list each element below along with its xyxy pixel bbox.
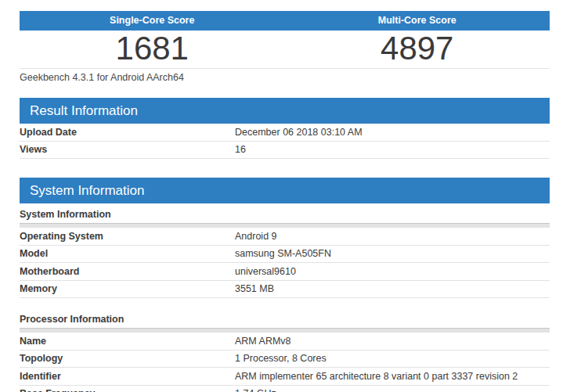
result-information-table: Upload Date December 06 2018 03:10 AM Vi… [20, 124, 550, 159]
table-row: Motherboard universal9610 [20, 263, 550, 281]
table-row: Memory 3551 MB [20, 281, 550, 299]
row-value: 3551 MB [235, 283, 274, 294]
row-value: ARM implementer 65 architecture 8 varian… [235, 371, 518, 382]
multi-core-score-value: 4897 [285, 31, 550, 68]
table-row: Name ARM ARMv8 [20, 333, 550, 351]
table-row: Views 16 [20, 142, 550, 160]
row-label: Base Frequency [20, 388, 235, 392]
row-value: 16 [235, 144, 246, 155]
score-header-bar: Single-Core Score Multi-Core Score [20, 11, 550, 31]
table-row: Base Frequency 1.74 GHz [20, 386, 550, 392]
subsection-header-system-information: System Information [20, 203, 550, 224]
result-page: Single-Core Score Multi-Core Score 1681 … [20, 11, 550, 392]
table-row: Operating System Android 9 [20, 228, 550, 246]
score-values: 1681 4897 [20, 31, 550, 68]
system-information-subsection: System Information Operating System Andr… [20, 203, 550, 298]
row-label: Motherboard [20, 266, 235, 277]
geekbench-version-text: Geekbench 4.3.1 for Android AArch64 [20, 69, 550, 84]
subsection-header-processor-information: Processor Information [20, 309, 550, 329]
row-label: Topology [20, 353, 235, 364]
row-value: ARM ARMv8 [235, 336, 291, 347]
row-label: Name [20, 336, 235, 347]
row-value: 1.74 GHz [235, 388, 276, 392]
table-row: Model samsung SM-A505FN [20, 246, 550, 264]
row-label: Memory [20, 283, 235, 294]
row-value: Android 9 [235, 231, 277, 242]
processor-information-subsection: Processor Information Name ARM ARMv8 Top… [20, 309, 550, 392]
table-row: Identifier ARM implementer 65 architectu… [20, 368, 550, 386]
section-header-system-information: System Information [20, 178, 550, 203]
row-label: Model [20, 248, 235, 259]
section-header-result-information: Result Information [20, 98, 550, 124]
multi-core-score-header: Multi-Core Score [285, 11, 550, 31]
row-value: universal9610 [235, 266, 296, 277]
row-label: Views [20, 144, 235, 155]
row-label: Upload Date [20, 127, 235, 138]
row-value: samsung SM-A505FN [235, 248, 331, 259]
row-label: Operating System [20, 231, 235, 242]
single-core-score-value: 1681 [20, 31, 285, 68]
row-value: December 06 2018 03:10 AM [235, 127, 363, 138]
row-value: 1 Processor, 8 Cores [235, 353, 326, 364]
table-row: Topology 1 Processor, 8 Cores [20, 351, 550, 369]
table-row: Upload Date December 06 2018 03:10 AM [20, 124, 550, 142]
row-label: Identifier [20, 371, 235, 382]
single-core-score-header: Single-Core Score [20, 11, 285, 31]
